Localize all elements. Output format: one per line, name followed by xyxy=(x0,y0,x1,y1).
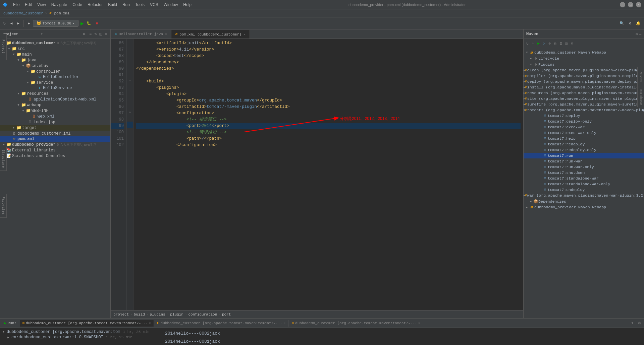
maven-goal-run-war-only[interactable]: m tomcat7:run-war-only xyxy=(524,164,644,170)
menu-refactor[interactable]: Refactor xyxy=(85,1,105,8)
run-tree-root[interactable]: ▼ dubbodemo_customer [org.apache.tomcat.… xyxy=(3,329,158,335)
maven-plugin-compiler[interactable]: ▶ m compiler (org.apache.maven.plugins:m… xyxy=(524,73,644,79)
breadcrumb-project[interactable]: dubbodemo_customer xyxy=(3,11,43,15)
menu-view[interactable]: View xyxy=(35,1,49,8)
breadcrumb-project[interactable]: project xyxy=(113,313,129,317)
maven-goal-undeploy[interactable]: m tomcat7:undeploy xyxy=(524,187,644,193)
tree-item-cnebuy[interactable]: ▼ 📦 cn.ebuy xyxy=(0,63,110,69)
run-output-panel[interactable]: 2014hello----8082jack 2014hello----8081j… xyxy=(161,328,644,345)
code-content[interactable]: <artifactId>junit</artifactId> <version>… xyxy=(133,39,523,310)
maven-goal-run[interactable]: m tomcat7:run xyxy=(524,153,644,158)
tree-item-java[interactable]: ▼ 📁 java xyxy=(0,57,110,63)
tomcat-selector[interactable]: 🐱 Tomcat 9.0.36 ▾ xyxy=(33,20,78,27)
project-panel-btn[interactable]: Project xyxy=(0,33,7,60)
tree-item-appcontext[interactable]: 🗎 applicationContext-web.xml xyxy=(0,96,110,102)
maven-show-diagram-btn[interactable]: ≣ xyxy=(558,41,564,46)
menu-run[interactable]: Run xyxy=(120,1,132,8)
maximize-button[interactable]: □ xyxy=(628,2,633,7)
maven-item-plugins[interactable]: ▼ ⚙ Plugins xyxy=(524,61,644,67)
maven-goal-run-war[interactable]: m tomcat7:run-war xyxy=(524,158,644,164)
forward-btn[interactable]: ▶ xyxy=(15,20,21,26)
minimize-button[interactable]: — xyxy=(620,2,625,7)
menu-window[interactable]: Window xyxy=(161,1,181,8)
tree-item-webxml[interactable]: 🗎 web.xml xyxy=(0,114,110,119)
search-everywhere-btn[interactable]: 🔍 xyxy=(618,20,626,26)
menu-navigate[interactable]: Navigate xyxy=(49,1,70,8)
stop-btn[interactable]: ■ xyxy=(94,20,100,26)
tree-item-dubbodemo-customer[interactable]: ▼ 📁 dubbodemo_customer D:\大三下学期\java学习 xyxy=(0,40,110,46)
maven-plugin-site[interactable]: ▶ m site (org.apache.maven.plugins:maven… xyxy=(524,96,644,101)
run-tab-close[interactable]: ✕ xyxy=(284,321,285,325)
database-side-btn[interactable]: Database xyxy=(637,87,644,107)
sidebar-gear2-btn[interactable]: ≡ xyxy=(89,31,92,37)
debug-btn[interactable]: 🐛 xyxy=(85,20,93,26)
tree-item-iml[interactable]: 🗎 dubbodemo_customer.iml xyxy=(0,131,110,136)
maven-plugin-surefire[interactable]: ▶ m surefire (org.apache.maven.plugins:m… xyxy=(524,101,644,107)
settings-btn[interactable]: ⚙ xyxy=(627,20,633,26)
tab-hellocontroller[interactable]: C HelloController.java ✕ xyxy=(111,30,171,39)
tree-item-dubbodemo-provider[interactable]: ▶ 📁 dubbodemo_provider D:\大三下学期\java学习 xyxy=(0,142,110,147)
maven-side-btn[interactable]: Maven xyxy=(637,67,644,87)
menu-code[interactable]: Code xyxy=(70,1,85,8)
tree-item-target[interactable]: ▶ 📁 target xyxy=(0,125,110,131)
maven-run-btn[interactable]: ▶ xyxy=(536,41,541,46)
maven-col-btn[interactable]: ◫ xyxy=(564,41,569,46)
menu-help[interactable]: Help xyxy=(180,1,194,8)
run-tree-child[interactable]: ▶ cn:dubbodemo_customer:war:1.0-SNAPSHOT… xyxy=(3,335,158,340)
maven-plugin-tomcat7[interactable]: ▼ m tomcat7 (org.apache.tomcat.maven:tom… xyxy=(524,107,644,113)
maven-refresh-btn[interactable]: ↻ xyxy=(525,41,530,46)
tab-pomxml[interactable]: m pom.xml (dubbodemo_customer) ✕ xyxy=(171,30,250,39)
maven-plugin-resources[interactable]: ▶ m resources (org.apache.maven.plugins:… xyxy=(524,90,644,96)
structure-side-btn[interactable]: Structure xyxy=(0,147,7,171)
menu-file[interactable]: File xyxy=(10,1,22,8)
run-tab-1[interactable]: m dubbodemo_customer [org.apache.tomcat.… xyxy=(20,320,154,327)
maven-goal-standalone-war[interactable]: m tomcat7:standalone-war xyxy=(524,176,644,181)
back-btn[interactable]: ◀ xyxy=(8,20,15,26)
run-config-btn[interactable]: ▶ xyxy=(26,20,32,26)
favorites-side-btn[interactable]: Favorites xyxy=(0,194,7,218)
tab-close-icon[interactable]: ✕ xyxy=(165,32,167,36)
tree-item-src[interactable]: ▼ 📁 src xyxy=(0,46,110,52)
breadcrumb-build[interactable]: build xyxy=(134,313,145,317)
tree-item-controller[interactable]: ▼ 📁 controller xyxy=(0,69,110,74)
maven-goal-help[interactable]: m tomcat7:help xyxy=(524,136,644,141)
tab-close-icon[interactable]: ✕ xyxy=(244,32,246,37)
maven-settings-btn[interactable]: ⚙ xyxy=(636,32,638,36)
tree-item-resources[interactable]: ▼ 📁 resources xyxy=(0,91,110,96)
run-tab-close[interactable]: ✕ xyxy=(418,321,420,325)
maven-goal-redeploy-only[interactable]: m tomcat7:redeploy-only xyxy=(524,147,644,153)
maven-add-btn[interactable]: ⬇ xyxy=(531,41,536,46)
maven-goal-exec-war[interactable]: m tomcat7:exec-war xyxy=(524,124,644,130)
sidebar-sort-btn[interactable]: ⇅ xyxy=(94,31,97,37)
maven-goal-shutdown[interactable]: m tomcat7:shutdown xyxy=(524,170,644,176)
maven-skip-tests-btn[interactable]: ⊘ xyxy=(547,41,552,46)
run-tab-2[interactable]: m dubbodemo_customer [org.apache.tomcat.… xyxy=(155,320,289,327)
tree-item-service[interactable]: ▼ 📁 service xyxy=(0,80,110,85)
run-tab-close[interactable]: ✕ xyxy=(149,321,151,325)
tree-item-main[interactable]: ▼ 📁 main xyxy=(0,52,110,57)
maven-goal-exec-war-only[interactable]: m tomcat7:exec-war-only xyxy=(524,130,644,136)
maven-item-provider[interactable]: ▶ m dubbodemo_provider Maven Webapp xyxy=(524,204,644,210)
menu-tools[interactable]: Tools xyxy=(132,1,147,8)
maven-goal-redeploy[interactable]: m tomcat7:redeploy xyxy=(524,141,644,147)
sidebar-collapse-btn[interactable]: ◫ xyxy=(99,31,103,37)
menu-build[interactable]: Build xyxy=(105,1,120,8)
maven-plugin-deploy[interactable]: ▶ m deploy (org.apache.maven.plugins:mav… xyxy=(524,79,644,84)
tree-item-webinf[interactable]: ▼ 📁 WEB-INF xyxy=(0,108,110,114)
maven-goal-standalone-war-only[interactable]: m tomcat7:standalone-war-only xyxy=(524,181,644,187)
sidebar-close-btn[interactable]: ✕ xyxy=(104,31,108,37)
run-tabs-more-btn[interactable]: ▾ xyxy=(629,321,636,326)
tree-item-indexjsp[interactable]: 🗎 index.jsp xyxy=(0,119,110,125)
tree-item-helloservice[interactable]: I HelloService xyxy=(0,85,110,91)
maven-plugin-war[interactable]: ▶ m war (org.apache.maven.plugins:maven-… xyxy=(524,193,644,198)
maven-debug-btn[interactable]: ▷ xyxy=(542,41,547,46)
maven-plugin-install[interactable]: ▶ m install (org.apache.maven.plugins:ma… xyxy=(524,84,644,90)
menu-vcs[interactable]: VCS xyxy=(147,1,161,8)
maven-goal-deploy-only[interactable]: m tomcat7:deploy-only xyxy=(524,119,644,124)
breadcrumb-configuration[interactable]: configuration xyxy=(189,313,217,317)
sidebar-settings-btn[interactable]: ⚙ xyxy=(82,31,86,37)
maven-filter-btn[interactable]: ⚙ xyxy=(570,41,575,46)
breadcrumb-plugins[interactable]: plugins xyxy=(150,313,165,317)
maven-plugin-clean[interactable]: ▶ m clean (org.apache.maven.plugins:mave… xyxy=(524,67,644,73)
breadcrumb-plugin[interactable]: plugin xyxy=(170,313,183,317)
